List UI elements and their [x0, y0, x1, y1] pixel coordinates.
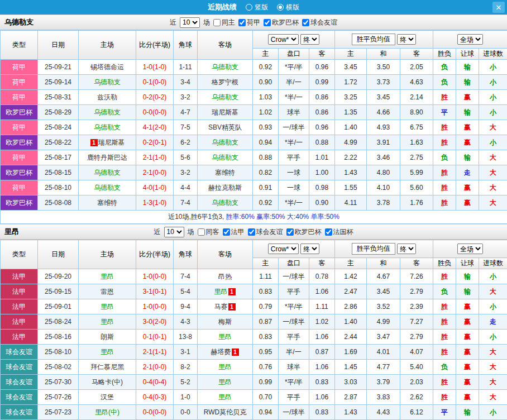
handicap-cell: *半/一	[279, 90, 309, 105]
handicap-cell: 平手	[279, 284, 309, 299]
odds-stage-select[interactable]: 终	[300, 244, 319, 254]
home-team-cell: 乌德勒支	[79, 180, 136, 195]
avg-draw-cell: 3.45	[367, 90, 400, 105]
checkbox-input[interactable]	[325, 228, 332, 236]
odds-away-header: 客	[309, 49, 335, 60]
result-winlose-cell: 胜	[433, 120, 456, 135]
avg-away-cell: 2.62	[400, 390, 433, 405]
filter-checkbox[interactable]: 同客	[198, 227, 219, 237]
filter-checkbox[interactable]: 欧罗巴杯	[286, 227, 322, 237]
checkbox-input[interactable]	[223, 228, 230, 236]
league-cell: 球会友谊	[1, 345, 38, 360]
league-cell: 球会友谊	[1, 405, 38, 420]
score-cell: 1-0(0-0)	[136, 269, 174, 284]
handicap-cell: 平手	[279, 330, 309, 345]
avg-draw-cell: 3.45	[367, 284, 400, 299]
odds-company-select[interactable]: Crow*	[268, 34, 299, 45]
home-team-cell: 锡塔德命运	[79, 60, 136, 75]
checkbox-input[interactable]	[264, 19, 271, 26]
checkbox-input[interactable]	[238, 19, 246, 26]
recent-results-panel: 近期战绩 竖版 横版 ✕ 乌德勒支 近 10 场 同主荷甲欧罗巴杯球会友谊 类型…	[0, 0, 507, 420]
avg-label-button[interactable]: 胜平负均值	[352, 243, 395, 255]
layout-radio-vertical[interactable]: 竖版	[246, 3, 268, 12]
handicap-cell: 球半	[279, 105, 309, 120]
layout-radio-horizontal[interactable]: 横版	[277, 3, 299, 12]
filter-label: 欧罗巴杯	[272, 18, 299, 27]
team-name-text: 塞维特	[97, 199, 117, 207]
page-title: 近期战绩	[208, 2, 237, 12]
result-handicap-cell: 走	[456, 165, 479, 180]
match-count-select[interactable]: 10	[180, 17, 200, 28]
scope-select[interactable]: 全场	[457, 244, 483, 254]
team-name-text: 雷恩	[101, 288, 114, 295]
avg-away-header: 客	[400, 49, 433, 60]
checkbox-input[interactable]	[286, 228, 294, 236]
avg-stage-select[interactable]: 终	[397, 34, 416, 45]
close-icon[interactable]: ✕	[492, 2, 505, 13]
away-team-cell: RWD莫伦贝克	[198, 405, 253, 420]
date-cell: 25-08-15	[38, 165, 79, 180]
away-team-cell: 梅斯	[198, 314, 253, 330]
avg-draw-cell: 3.46	[367, 150, 400, 165]
team-name: 乌德勒支	[4, 17, 34, 27]
league-cell: 欧罗巴杯	[1, 195, 38, 211]
avg-draw-cell: 3.78	[367, 195, 400, 211]
scope-select[interactable]: 全场	[457, 34, 483, 45]
result-goals-cell: 小	[479, 405, 507, 420]
result-winlose-cell: 胜	[433, 390, 456, 405]
result-goals-cell: 大	[479, 195, 507, 211]
handicap-header: 盘口	[279, 258, 309, 269]
checkbox-input[interactable]	[248, 228, 255, 236]
handicap-cell: 平手	[279, 150, 309, 165]
avg-draw-cell: 4.67	[367, 269, 400, 284]
odds-home-cell: 0.95	[253, 345, 279, 360]
avg-away-cell: 5.99	[400, 165, 433, 180]
match-row: 球会友谊25-07-30马略卡(中)0-4(0-4)5-2里昂0.99*平/半0…	[1, 375, 507, 390]
match-row: 法甲25-09-20里昂1-0(0-0)7-4昂热1.11一/球半0.781.4…	[1, 269, 507, 284]
avg-stage-select[interactable]: 终	[397, 244, 416, 254]
avg-label-button[interactable]: 胜平负均值	[352, 34, 395, 45]
summary-segment: 赢率:50%	[256, 213, 287, 221]
filter-checkbox[interactable]: 法国杯	[325, 227, 353, 237]
filter-checkbox[interactable]: 欧罗巴杯	[264, 18, 299, 27]
league-cell: 法甲	[1, 299, 38, 314]
handicap-result-header: 让球	[456, 258, 479, 269]
result-winlose-cell: 胜	[433, 165, 456, 180]
checkbox-input[interactable]	[302, 19, 309, 26]
avg-away-cell: 1.63	[400, 135, 433, 150]
corners-cell: 5-2	[174, 375, 198, 390]
result-handicap-cell: 赢	[456, 345, 479, 360]
team-name-text: RWD莫伦贝克	[204, 408, 246, 416]
checkbox-input[interactable]	[213, 19, 221, 26]
filter-label: 法甲	[231, 227, 245, 237]
handicap-cell: 球半	[279, 360, 309, 375]
league-cell: 欧罗巴杯	[1, 135, 38, 150]
checkbox-input[interactable]	[198, 228, 205, 236]
filter-checkbox[interactable]: 荷甲	[238, 18, 260, 27]
filter-checkbox[interactable]: 同主	[213, 18, 235, 27]
home-team-cell: 雷恩	[79, 284, 136, 299]
match-count-select[interactable]: 10	[164, 227, 184, 237]
summary-cell: 近10场,胜6平1负3, 胜率:60% 赢率:50% 大:40% 单率:50%	[1, 211, 507, 224]
home-team-cell: 朗斯	[79, 330, 136, 345]
result-handicap-cell: 输	[456, 269, 479, 284]
odds-home-cell: 0.92	[253, 195, 279, 211]
odds-company-select[interactable]: Crow*	[268, 244, 299, 254]
score-cell: 0-4(0-4)	[136, 375, 174, 390]
league-cell: 法甲	[1, 269, 38, 284]
avg-away-cell: 8.90	[400, 105, 433, 120]
team-name-text: 里昂	[218, 363, 232, 371]
filter-checkbox[interactable]: 球会友谊	[248, 227, 283, 237]
score-cell: 1-0(1-0)	[136, 60, 174, 75]
team-name: 里昂	[4, 227, 19, 237]
away-team-cell: 乌德勒支	[198, 60, 253, 75]
corners-cell: 4-7	[174, 105, 198, 120]
match-row: 荷甲25-09-21锡塔德命运1-0(1-0)1-11乌德勒支0.92*平/半0…	[1, 60, 507, 75]
match-row: 球会友谊25-07-26汉堡0-4(0-3)1-0里昂0.70平手1.062.8…	[1, 390, 507, 405]
filter-checkbox[interactable]: 球会友谊	[302, 18, 337, 27]
odds-stage-select[interactable]: 终	[300, 34, 319, 45]
team-name-text: 里昂	[101, 318, 114, 326]
avg-away-cell: 7.26	[400, 269, 433, 284]
odds-away-cell: 1.06	[309, 390, 335, 405]
filter-checkbox[interactable]: 法甲	[223, 227, 245, 237]
